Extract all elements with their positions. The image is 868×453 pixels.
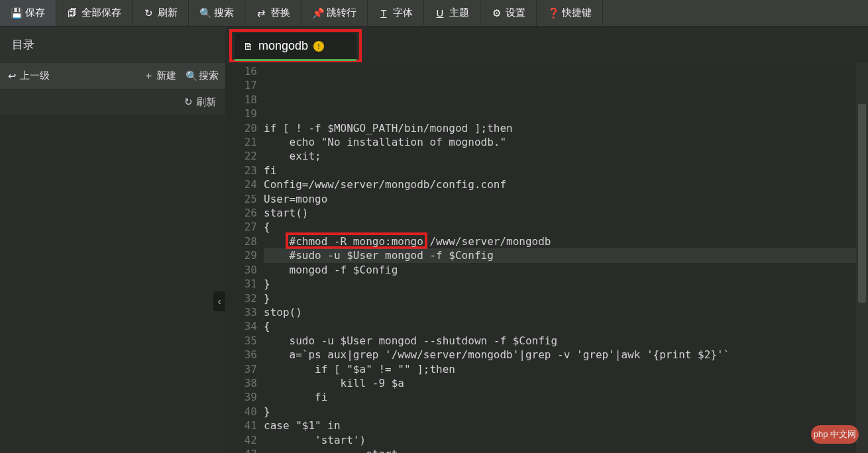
search-icon: 🔍 xyxy=(186,70,196,82)
font-icon: T xyxy=(378,7,389,19)
code-line[interactable]: #chmod -R mongo:mongo /www/server/mongod… xyxy=(264,234,856,248)
search-button[interactable]: 🔍 搜索 xyxy=(189,0,245,26)
code-line[interactable]: #sudo -u $User mongod -f $Config xyxy=(264,248,856,262)
line-number: 32 xyxy=(225,291,264,305)
plus-icon: ＋ xyxy=(143,70,154,82)
tab-filename: mongodb xyxy=(258,39,308,53)
gear-icon: ⚙ xyxy=(491,7,502,19)
tab-bar: 🗎 mongodb ! xyxy=(225,26,868,63)
sidebar-search-label: 搜索 xyxy=(199,70,219,82)
line-number: 21 xyxy=(225,135,264,149)
line-number: 26 xyxy=(225,206,264,220)
line-number: 42 xyxy=(225,433,264,447)
code-line[interactable]: if [ ! -f $MONGO_PATH/bin/mongod ];then xyxy=(264,121,856,135)
refresh-button[interactable]: ↻ 刷新 xyxy=(133,0,189,26)
code-line[interactable]: if [ "$a" != "" ];then xyxy=(264,362,856,376)
line-number: 35 xyxy=(225,334,264,348)
sidebar: 目录 ↩ 上一级 ＋ 新建 🔍 搜索 ↻ 刷新 xyxy=(0,26,225,453)
new-button[interactable]: ＋ 新建 xyxy=(143,70,176,82)
line-number: 25 xyxy=(225,192,264,206)
code-line[interactable]: } xyxy=(264,291,856,305)
code-line[interactable]: fi xyxy=(264,390,856,404)
line-number: 19 xyxy=(225,107,264,121)
line-number: 39 xyxy=(225,390,264,404)
sidebar-search-button[interactable]: 🔍 搜索 xyxy=(186,70,219,82)
settings-button[interactable]: ⚙ 设置 xyxy=(480,0,537,26)
font-button[interactable]: T 字体 xyxy=(368,0,424,26)
code-line[interactable]: } xyxy=(264,405,856,419)
code-content[interactable]: if [ ! -f $MONGO_PATH/bin/mongod ];then … xyxy=(264,63,856,453)
code-line[interactable]: { xyxy=(264,220,856,234)
save-label: 保存 xyxy=(25,7,45,19)
settings-label: 设置 xyxy=(506,7,525,19)
file-icon: 🗎 xyxy=(243,40,253,52)
save-all-icon: 🗐 xyxy=(67,7,78,19)
code-line[interactable]: Config=/www/server/mongodb/config.conf xyxy=(264,177,856,191)
line-number: 16 xyxy=(225,64,264,78)
line-number: 41 xyxy=(225,419,264,432)
main-toolbar: 💾 保存 🗐 全部保存 ↻ 刷新 🔍 搜索 ⇄ 替换 📌 跳转行 T 字体 U … xyxy=(0,0,868,26)
line-number: 23 xyxy=(225,164,264,177)
line-number: 30 xyxy=(225,263,264,277)
up-level-button[interactable]: ↩ 上一级 xyxy=(7,70,50,82)
goto-line-button[interactable]: 📌 跳转行 xyxy=(301,0,368,26)
replace-icon: ⇄ xyxy=(256,7,266,19)
line-number: 40 xyxy=(225,405,264,419)
up-arrow-icon: ↩ xyxy=(7,70,17,82)
line-number: 24 xyxy=(225,177,264,191)
refresh-icon: ↻ xyxy=(143,7,154,19)
code-line[interactable]: 'start') xyxy=(264,433,856,447)
code-line[interactable]: fi xyxy=(264,164,856,177)
line-number: 27 xyxy=(225,220,264,234)
code-line[interactable]: stop() xyxy=(264,305,856,319)
collapse-sidebar-button[interactable]: ‹ xyxy=(213,291,225,311)
refresh-label: 刷新 xyxy=(158,7,178,19)
modified-badge-icon: ! xyxy=(313,41,324,52)
sidebar-actions: ↩ 上一级 ＋ 新建 🔍 搜索 xyxy=(0,63,225,89)
code-line[interactable]: echo "No installation of mognodb." xyxy=(264,135,856,149)
line-number: 28 xyxy=(225,234,264,248)
line-number: 22 xyxy=(225,149,264,163)
goto-label: 跳转行 xyxy=(327,7,356,19)
save-all-button[interactable]: 🗐 全部保存 xyxy=(56,0,133,26)
save-all-label: 全部保存 xyxy=(81,7,121,19)
php-watermark: php 中文网 xyxy=(811,425,859,444)
new-label: 新建 xyxy=(156,70,176,82)
theme-button[interactable]: U 主题 xyxy=(424,0,480,26)
scrollbar-thumb[interactable] xyxy=(858,104,866,303)
line-number: 33 xyxy=(225,305,264,319)
code-line[interactable]: case "$1" in xyxy=(264,419,856,432)
code-line[interactable]: User=mongo xyxy=(264,192,856,206)
sidebar-refresh-label: 刷新 xyxy=(196,96,216,109)
line-number: 18 xyxy=(225,93,264,107)
code-line[interactable]: start() xyxy=(264,206,856,220)
code-line[interactable]: a=`ps aux|grep '/www/server/mongodb'|gre… xyxy=(264,348,856,362)
vertical-scrollbar[interactable] xyxy=(856,63,868,453)
line-number: 38 xyxy=(225,376,264,390)
line-number: 37 xyxy=(225,362,264,376)
line-number-gutter: 1617181920212223242526272829303132333435… xyxy=(225,63,264,453)
sidebar-refresh-button[interactable]: ↻ 刷新 xyxy=(0,89,225,115)
code-line[interactable]: } xyxy=(264,277,856,291)
editor-main: ‹ 🗎 mongodb ! 16171819202122232425262728… xyxy=(225,26,868,453)
code-editor[interactable]: 1617181920212223242526272829303132333435… xyxy=(225,63,856,453)
font-label: 字体 xyxy=(393,7,413,19)
code-line[interactable]: kill -9 $a xyxy=(264,376,856,390)
code-line[interactable]: exit; xyxy=(264,149,856,163)
code-line[interactable]: sudo -u $User mongod --shutdown -f $Conf… xyxy=(264,334,856,348)
tab-mongodb[interactable]: 🗎 mongodb ! xyxy=(235,33,356,61)
line-number: 31 xyxy=(225,277,264,291)
line-number: 36 xyxy=(225,348,264,362)
save-button[interactable]: 💾 保存 xyxy=(0,0,56,26)
line-number: 29 xyxy=(225,248,264,262)
code-line[interactable]: mongod -f $Config xyxy=(264,263,856,277)
sidebar-title: 目录 xyxy=(0,26,225,63)
save-icon: 💾 xyxy=(11,7,21,19)
code-line[interactable]: { xyxy=(264,319,856,333)
replace-label: 替换 xyxy=(270,7,290,19)
search-label: 搜索 xyxy=(214,7,234,19)
shortcuts-button[interactable]: ❓ 快捷键 xyxy=(537,0,603,26)
line-number: 43 xyxy=(225,447,264,453)
code-line[interactable]: start xyxy=(264,447,856,453)
replace-button[interactable]: ⇄ 替换 xyxy=(245,0,301,26)
